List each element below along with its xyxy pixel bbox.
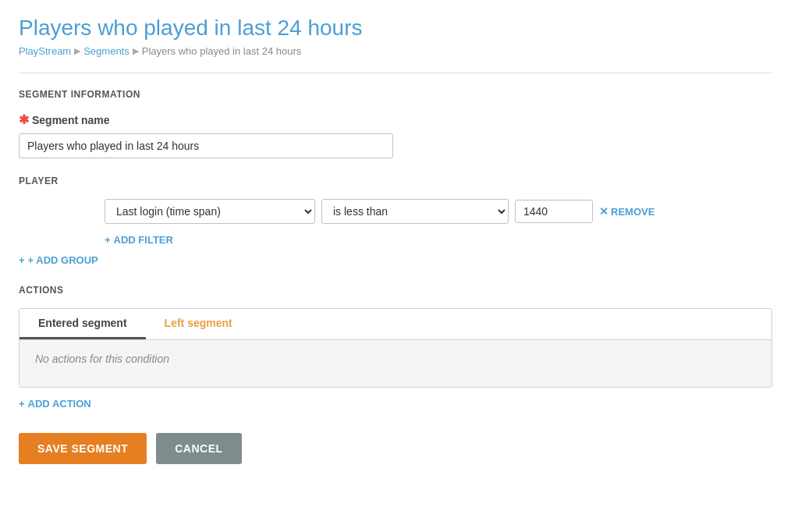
breadcrumb-arrow-1: ▶ (74, 46, 80, 56)
breadcrumb-current: Players who played in last 24 hours (142, 45, 302, 57)
remove-filter-label: REMOVE (611, 206, 654, 218)
remove-filter-button[interactable]: ✕ REMOVE (599, 205, 654, 218)
actions-tabs-container: Entered segment Left segment No actions … (19, 308, 772, 388)
no-actions-text: No actions for this condition (35, 353, 169, 365)
filter-operator-select[interactable]: is less than (321, 199, 509, 224)
add-filter-label: ADD FILTER (114, 234, 173, 246)
breadcrumb-segments[interactable]: Segments (83, 45, 129, 57)
filter-row: Last login (time span) is less than ✕ RE… (105, 199, 772, 224)
page-title-colored: last 24 hours (237, 16, 362, 40)
footer-buttons: SAVE SEGMENT CANCEL (19, 433, 772, 464)
actions-section: ACTIONS Entered segment Left segment No … (19, 285, 772, 410)
add-filter-row: + ADD FILTER (105, 233, 772, 246)
section-divider (19, 73, 772, 73)
segment-information-section: SEGMENT INFORMATION ✱ Segment name (19, 89, 772, 158)
required-star: ✱ (19, 112, 29, 127)
segment-name-label: ✱ Segment name (19, 112, 772, 127)
add-group-icon: + (19, 254, 25, 266)
tab-content-area: No actions for this condition (20, 340, 771, 387)
add-filter-button[interactable]: + ADD FILTER (105, 234, 173, 246)
add-action-icon: + (19, 398, 25, 410)
add-action-button[interactable]: + ADD ACTION (19, 398, 91, 410)
add-group-button[interactable]: + + ADD GROUP (19, 254, 98, 266)
filter-field-select[interactable]: Last login (time span) (105, 199, 315, 224)
add-action-label: ADD ACTION (28, 398, 91, 410)
player-section: PLAYER Last login (time span) is less th… (19, 176, 772, 266)
segment-info-title: SEGMENT INFORMATION (19, 89, 772, 100)
add-action-row: + ADD ACTION (19, 397, 772, 410)
tab-entered-segment[interactable]: Entered segment (20, 309, 146, 339)
breadcrumb-arrow-2: ▶ (133, 46, 139, 56)
add-group-label: + ADD GROUP (28, 254, 98, 266)
remove-filter-icon: ✕ (599, 205, 608, 218)
page-title-plain: Players who played in (19, 16, 237, 40)
filter-threshold-input[interactable] (515, 200, 593, 223)
tab-left-segment-label: Left segment (165, 317, 232, 329)
segment-name-input[interactable] (19, 133, 393, 158)
tab-left-segment[interactable]: Left segment (146, 309, 251, 339)
player-section-title: PLAYER (19, 176, 772, 186)
actions-tabs-header: Entered segment Left segment (20, 309, 771, 340)
save-segment-button[interactable]: SAVE SEGMENT (19, 433, 147, 464)
breadcrumb-playstream[interactable]: PlayStream (19, 45, 71, 57)
cancel-button[interactable]: CANCEL (156, 433, 241, 464)
add-group-row: + + ADD GROUP (19, 254, 772, 266)
breadcrumb: PlayStream ▶ Segments ▶ Players who play… (19, 45, 772, 57)
add-filter-icon: + (105, 234, 111, 246)
tab-entered-segment-label: Entered segment (38, 317, 127, 329)
actions-title: ACTIONS (19, 285, 772, 296)
page-title: Players who played in last 24 hours (19, 16, 772, 41)
